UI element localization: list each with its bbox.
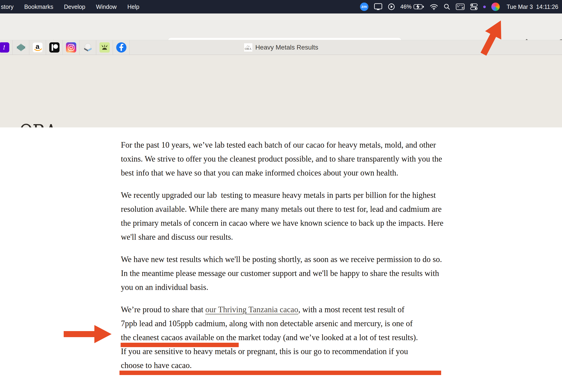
instagram-icon	[66, 42, 76, 53]
annotation-underline-7ppb	[121, 343, 239, 347]
svg-text:⌘: ⌘	[461, 7, 464, 10]
menu-bar-status: zm 46% ⌘ Tue	[360, 2, 562, 11]
paragraph-3: We have new test results which we'll be …	[121, 252, 449, 294]
menu-bar-clock[interactable]: Tue Mar 3 14:11:26	[505, 3, 558, 10]
soundwave-icon	[16, 42, 26, 53]
paragraph-1: For the past 10 years, we’ve lab tested …	[121, 138, 449, 180]
paragraph-2: We recently upgraded our lab testing to …	[121, 188, 449, 244]
spotlight-search-icon[interactable]	[444, 3, 450, 10]
keyboard-icon[interactable]: ⌘	[456, 3, 465, 10]
annotation-underline-sensitive	[119, 371, 441, 375]
control-center-icon[interactable]	[470, 3, 478, 11]
annotation-arrow-to-download	[475, 19, 505, 56]
keycap-icon	[83, 42, 93, 53]
article-body: For the past 10 years, we’ve lab tested …	[0, 127, 562, 392]
ora-favicon: ORA	[244, 43, 253, 52]
menu-help[interactable]: Help	[127, 3, 139, 10]
thriving-tanzania-link[interactable]: our Thriving Tanzania cacao	[205, 305, 298, 314]
menu-window[interactable]: Window	[96, 3, 117, 10]
site-header: ORA SHOP COURSES HEALTH LEARN ABOUT (a	[0, 55, 562, 127]
recording-dot-icon	[483, 6, 486, 8]
favorite-crown[interactable]	[96, 40, 113, 55]
menu-develop[interactable]: Develop	[64, 3, 85, 10]
battery-percent: 46%	[400, 3, 412, 10]
paragraph-4: We’re proud to share that our Thriving T…	[121, 303, 562, 372]
paragraph-4-line-3: the cleanest cacaos available on the mar…	[121, 331, 562, 344]
paragraph-4-line-2: 7ppb lead and 105ppb cadmium, along with…	[121, 317, 562, 331]
paragraph-4-line-1: We’re proud to share that our Thriving T…	[121, 303, 562, 317]
crown-icon	[99, 42, 110, 53]
menu-history-partial[interactable]: story	[1, 3, 13, 10]
color-wheel-icon[interactable]	[491, 2, 500, 11]
patreon-icon	[49, 42, 59, 53]
play-circle-icon[interactable]	[388, 3, 395, 10]
amazon-icon: a	[33, 42, 43, 53]
yahoo-icon: !	[0, 42, 9, 53]
favorite-keycap[interactable]	[80, 40, 96, 55]
svg-text:a: a	[35, 43, 39, 50]
menu-bookmarks[interactable]: Bookmarks	[24, 3, 53, 10]
favorite-soundwave[interactable]	[12, 40, 29, 55]
facebook-icon	[116, 42, 127, 53]
favorite-instagram[interactable]	[63, 40, 80, 55]
wifi-icon[interactable]	[430, 3, 438, 10]
battery-status[interactable]: 46%	[400, 3, 424, 10]
annotation-arrow-right	[64, 325, 112, 343]
ppb-values-text: 7ppb lead and 105ppb cadmium,	[121, 319, 227, 328]
screen-mirroring-icon[interactable]	[374, 3, 382, 10]
favorite-amazon[interactable]: a	[29, 40, 46, 55]
zoom-app-icon[interactable]: zm	[360, 2, 368, 11]
battery-charging-icon	[413, 4, 424, 10]
favorite-facebook[interactable]	[113, 40, 130, 55]
menu-items: story Bookmarks Develop Window Help	[0, 3, 139, 10]
screenshot-root: story Bookmarks Develop Window Help zm 4…	[0, 0, 562, 392]
favorite-yahoo[interactable]: !	[0, 40, 12, 55]
macos-menu-bar: story Bookmarks Develop Window Help zm 4…	[0, 0, 562, 13]
favorite-patreon[interactable]	[46, 40, 63, 55]
tab-title: Heavy Metals Results	[256, 44, 318, 51]
paragraph-4-line-5: choose to have cacao.	[121, 358, 562, 372]
